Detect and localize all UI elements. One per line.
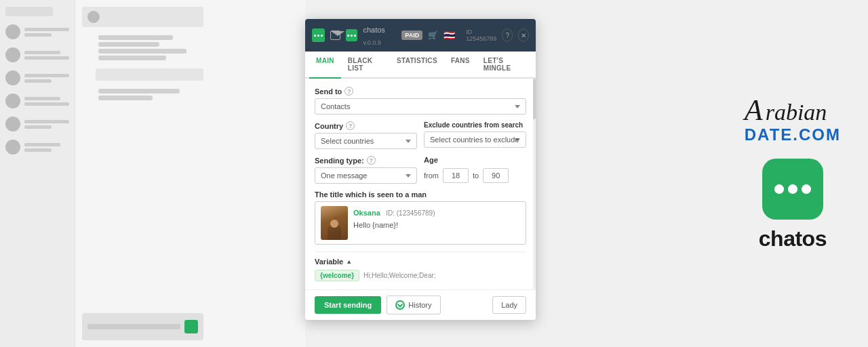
exclude-select[interactable]: Select countries to exclude [424,131,526,148]
background-chat-ui [0,0,305,347]
bg-msg-line [98,96,153,100]
nav-tabs: MAIN BLACK LIST STATISTICS FANS LET'S MI… [305,52,536,79]
tab-statistics[interactable]: STATISTICS [390,52,444,79]
age-field: Age from to [424,156,526,184]
tab-fans[interactable]: FANS [444,52,477,79]
modal-footer: Start sending History Lady [305,289,536,320]
preview-avatar [321,206,348,240]
chat-bubble-icon [312,28,325,42]
main-modal: chatos v.0.0.9 PAID 🛒 🇹🇭 ID 125456789 ? … [305,19,536,320]
arabian-script-a: A [745,96,763,125]
app-version: v.0.0.9 [363,39,380,46]
variable-collapse-icon: ▲ [346,258,352,265]
paid-badge: PAID [401,30,422,40]
sending-type-label: Sending type: ? [315,156,417,165]
chatos-name-text: chatos [759,226,827,251]
country-help-icon[interactable]: ? [346,121,355,130]
dot-1 [314,35,316,37]
bg-sidebar [0,0,75,347]
age-from-label: from [424,171,439,180]
bg-lines [24,51,69,60]
bg-msg-line [98,49,186,54]
country-select[interactable]: Select countries [315,133,417,149]
country-row: Country ? Select countries Exclude count… [315,121,526,149]
app-name: chatos [363,26,384,34]
dot-2 [317,35,319,37]
bg-sidebar-item [5,117,69,131]
sending-type-help-icon[interactable]: ? [367,156,376,165]
age-to-input[interactable] [483,168,509,183]
sending-type-field: Sending type: ? One message [315,156,417,184]
bg-line [24,102,69,106]
bg-line [24,143,60,146]
bg-topbar [82,7,203,27]
bg-lines [24,28,69,37]
bg-line [24,28,69,31]
tab-lets-mingle[interactable]: LET'S MINGLE [477,52,532,79]
chatos-logo: chatos [759,159,827,251]
send-to-row: Send to ? Contacts [315,87,526,115]
send-to-label: Send to ? [315,87,526,96]
sending-age-row: Sending type: ? One message Age from to [315,156,526,184]
envelope-icon [330,30,341,40]
chatos-dot [354,35,356,37]
message-title-label: The title which is seen to a man [315,190,526,199]
help-button[interactable]: ? [502,28,513,42]
close-button[interactable]: ✕ [518,28,529,42]
dot-3 [321,35,323,37]
bg-message-group [98,35,203,60]
app-id: ID 125456789 [466,28,496,42]
bg-msg-line [98,35,173,40]
arabian-script-rabian: rabian [766,101,827,124]
avatar-image [321,206,348,240]
bg-msg-line [98,89,180,94]
form-content: Send to ? Contacts Country ? Select coun… [305,79,536,289]
send-to-help-icon[interactable]: ? [344,87,353,96]
history-label: History [408,301,431,309]
age-from-input[interactable] [443,168,469,183]
bg-sidebar-item [5,47,69,62]
tab-blacklist[interactable]: BLACK LIST [341,52,390,79]
bg-line [24,56,69,60]
country-field: Country ? Select countries [315,121,417,149]
chatos-dot-3 [802,184,811,194]
bg-input-line [87,324,180,329]
bg-line [24,120,69,123]
send-to-select[interactable]: Contacts [315,98,526,115]
tab-main[interactable]: MAIN [309,52,341,79]
exclude-label: Exclude countries from search [424,121,526,129]
bg-message-group-2 [98,89,203,100]
preview-id: ID: (123456789) [386,209,435,217]
bg-sidebar-item [5,70,69,85]
chat-dots [314,35,323,37]
variable-tag[interactable]: {welcome} [315,270,359,281]
cart-icon: 🛒 [428,30,438,40]
flag-icon: 🇹🇭 [443,30,455,41]
message-input[interactable] [353,221,520,229]
bg-sidebar-item [5,94,69,108]
sending-type-select[interactable]: One message [315,167,417,184]
chatos-dot-1 [774,184,784,194]
chatos-dot [347,35,349,37]
lady-button[interactable]: Lady [492,296,526,314]
country-label: Country ? [315,121,417,130]
variable-section: Variable ▲ {welcome} Hi;Hello;Welcome;De… [315,251,526,281]
bg-msg-line [98,56,166,60]
bg-msg-line [98,42,159,47]
bg-lines [24,74,69,83]
bg-line [24,125,52,129]
variable-row: {welcome} Hi;Hello;Welcome;Dear; [315,270,526,281]
bg-line [24,33,52,37]
scrollbar[interactable] [533,79,536,289]
chatos-dot [351,35,353,37]
bg-sidebar-item [5,24,69,39]
form-scroll-area: Send to ? Contacts Country ? Select coun… [305,79,536,289]
bg-sidebar-item [5,140,69,155]
bg-lines [24,143,69,152]
age-to-label: to [473,171,479,180]
message-title-section: The title which is seen to a man [315,190,526,245]
scrollbar-thumb [533,79,536,119]
variable-header[interactable]: Variable ▲ [315,258,526,266]
start-sending-button[interactable]: Start sending [315,296,381,314]
history-button[interactable]: History [387,295,440,314]
